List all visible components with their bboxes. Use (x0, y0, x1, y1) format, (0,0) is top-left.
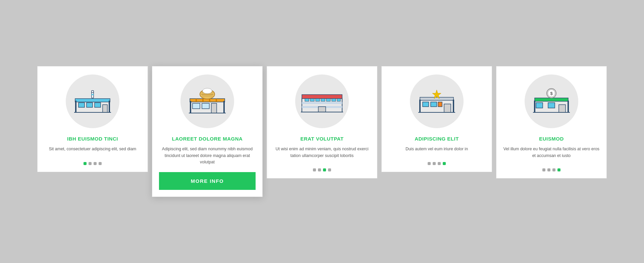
svg-rect-31 (302, 102, 342, 104)
card-2-title: LAOREET DOLORE MAGNA (172, 136, 243, 142)
svg-rect-53 (535, 98, 568, 101)
dot-inactive (552, 168, 555, 171)
shopping-mall-icon (300, 89, 344, 114)
svg-rect-43 (420, 97, 453, 100)
card-3: ERAT VOLUTPAT Ut wisi enim ad minim veni… (267, 66, 377, 178)
svg-rect-11 (109, 101, 110, 112)
svg-rect-10 (75, 101, 76, 112)
svg-rect-40 (318, 107, 326, 112)
svg-rect-36 (321, 99, 325, 101)
card-1-icon-circle (66, 74, 119, 128)
card-3-icon-circle (295, 74, 349, 128)
dot-active (84, 162, 87, 165)
svg-rect-62 (568, 101, 569, 112)
dot-inactive (318, 168, 321, 171)
svg-rect-37 (326, 99, 330, 101)
svg-rect-5 (103, 105, 107, 112)
star-store-icon (417, 88, 457, 115)
svg-rect-14 (196, 99, 197, 102)
card-2-desc: Adipiscing elit, sed diam nonummy nibh e… (159, 146, 256, 165)
svg-rect-58 (548, 103, 555, 108)
card-5: $ EUISMOD Vel illum dolore eu feugiat nu… (496, 66, 607, 178)
card-2-icon-circle (180, 74, 234, 128)
svg-point-25 (203, 88, 212, 94)
card-1: IBH EUISMOD TINCI Sit amet, consectetuer… (37, 66, 148, 172)
card-1-dots (84, 159, 102, 165)
dot-inactive (313, 168, 316, 171)
svg-rect-2 (78, 103, 85, 107)
svg-rect-39 (337, 99, 340, 101)
card-3-title: ERAT VOLUTPAT (301, 136, 344, 142)
dot-inactive (542, 168, 545, 171)
svg-rect-48 (444, 104, 451, 112)
dot-inactive (547, 168, 550, 171)
svg-rect-15 (202, 99, 204, 102)
svg-rect-57 (536, 103, 543, 108)
card-2: LAOREET DOLORE MAGNA Adipiscing elit, se… (152, 66, 263, 197)
svg-rect-46 (431, 102, 437, 107)
card-4-title: ADIPISCING ELIT (415, 136, 459, 142)
dot-inactive (89, 162, 92, 165)
svg-rect-20 (211, 103, 217, 113)
dot-inactive (94, 162, 97, 165)
card-3-dots (313, 166, 331, 171)
card-5-dots (542, 166, 560, 171)
svg-rect-61 (534, 101, 535, 112)
more-info-button[interactable]: MORE INFO (159, 172, 256, 190)
grocery-store-icon (72, 88, 113, 115)
svg-rect-50 (419, 100, 421, 112)
svg-rect-33 (305, 99, 309, 101)
card-1-title: IBH EUISMOD TINCI (67, 136, 118, 142)
card-5-desc: Vel illum dolore eu feugiat nulla facili… (503, 146, 600, 159)
dot-inactive (433, 162, 436, 165)
svg-rect-51 (453, 100, 454, 112)
cards-container: IBH EUISMOD TINCI Sit amet, consectetuer… (37, 66, 607, 197)
svg-rect-28 (223, 101, 225, 113)
dot-inactive (438, 162, 441, 165)
card-5-title: EUISMOD (539, 136, 564, 142)
svg-rect-47 (438, 102, 442, 107)
card-1-desc: Sit amet, consectetuer adipiscing elit, … (49, 146, 137, 152)
svg-rect-35 (316, 99, 320, 101)
svg-rect-17 (216, 99, 217, 102)
dot-active (443, 162, 446, 165)
dollar-store-icon: $ (531, 88, 572, 115)
svg-rect-19 (202, 103, 209, 109)
dot-inactive (328, 168, 331, 171)
dot-inactive (428, 162, 431, 165)
dot-active (323, 168, 326, 171)
svg-rect-27 (190, 101, 191, 113)
card-5-icon-circle: $ (525, 74, 578, 128)
svg-rect-4 (95, 103, 101, 107)
svg-text:$: $ (550, 91, 553, 96)
svg-rect-7 (92, 91, 94, 93)
svg-rect-45 (423, 102, 429, 107)
svg-rect-18 (193, 103, 200, 109)
bakery-store-icon (187, 87, 227, 115)
card-4-dots (428, 159, 446, 165)
svg-rect-30 (302, 95, 342, 99)
dot-inactive (99, 162, 102, 165)
card-4: ADIPISCING ELIT Duis autem vel eum iriur… (381, 66, 492, 172)
svg-rect-3 (87, 103, 93, 107)
svg-rect-34 (310, 99, 314, 101)
svg-rect-8 (92, 94, 94, 95)
card-4-icon-circle (410, 74, 464, 128)
svg-rect-59 (559, 105, 566, 112)
card-4-desc: Duis autem vel eum iriure dolor in (406, 146, 468, 152)
dot-active (557, 168, 560, 171)
svg-rect-1 (75, 99, 110, 102)
svg-rect-38 (332, 99, 336, 101)
card-3-desc: Ut wisi enim ad minim veniam, quis nostr… (274, 146, 370, 159)
